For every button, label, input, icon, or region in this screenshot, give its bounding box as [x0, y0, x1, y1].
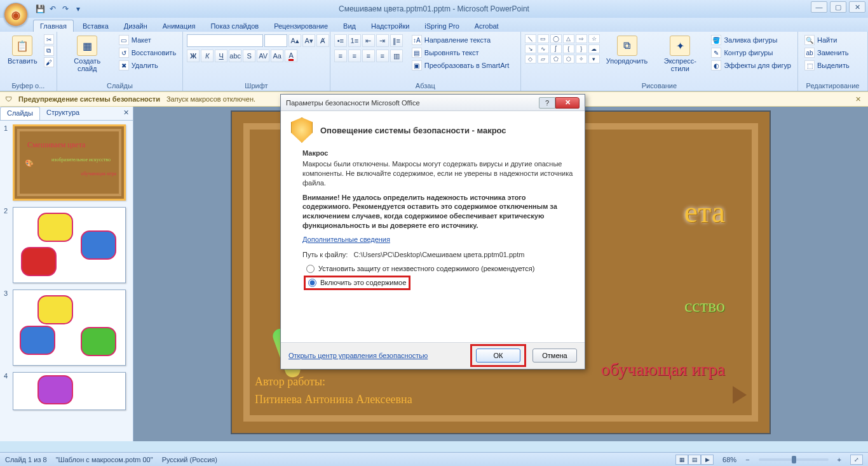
tab-home[interactable]: Главная [33, 20, 74, 32]
font-name-combo[interactable] [187, 34, 263, 47]
bullets-icon[interactable]: •≡ [334, 34, 347, 47]
underline-icon[interactable]: Ч [215, 50, 227, 62]
justify-icon[interactable]: ≡ [376, 50, 389, 62]
zoom-slider[interactable] [759, 458, 829, 461]
shadow-icon[interactable]: S [243, 50, 255, 62]
shape-rect-icon[interactable]: ▭ [538, 34, 549, 43]
panel-close-icon[interactable]: ✕ [119, 107, 133, 120]
zoom-in-icon[interactable]: + [837, 456, 841, 463]
thumbnail-list[interactable]: 1 Смешиваем цвета изобразительное искусс… [0, 121, 133, 441]
line-spacing-icon[interactable]: ‖≡ [390, 34, 403, 47]
arrange-button[interactable]: ⧉Упорядочить [602, 34, 651, 66]
align-left-icon[interactable]: ≡ [334, 50, 347, 62]
maximize-button[interactable]: ▢ [830, 1, 846, 13]
dialog-more-link[interactable]: Дополнительные сведения [302, 236, 390, 243]
font-color-icon[interactable]: A [285, 50, 297, 62]
copy-icon[interactable]: ⧉ [44, 46, 54, 56]
shapes-gallery[interactable]: ＼▭◯△⇨☆ ↘∿ʃ{}☁ ◇▱⬠⬡✧▾ [525, 34, 600, 63]
tab-slideshow[interactable]: Показ слайдов [204, 20, 265, 32]
shape-line-icon[interactable]: ＼ [525, 34, 536, 43]
tab-addins[interactable]: Надстройки [365, 20, 416, 32]
qat-dropdown-icon[interactable]: ▾ [72, 3, 84, 15]
select-button[interactable]: ⬚Выделить [802, 60, 852, 71]
tab-review[interactable]: Рецензирование [268, 20, 334, 32]
quick-styles-button[interactable]: ✦Экспресс-стили [654, 34, 706, 74]
shape-fill-button[interactable]: 🪣Заливка фигуры [709, 34, 794, 46]
tab-outline-panel[interactable]: Структура [40, 107, 86, 120]
shape-b-icon[interactable]: ▱ [538, 55, 549, 63]
shape-d-icon[interactable]: ⬡ [563, 55, 574, 63]
tab-insert[interactable]: Вставка [76, 20, 115, 32]
strike-icon[interactable]: abc [229, 50, 241, 62]
tab-design[interactable]: Дизайн [118, 20, 154, 32]
zoom-out-icon[interactable]: − [745, 456, 749, 463]
char-spacing-icon[interactable]: AV [257, 50, 269, 62]
cancel-button[interactable]: Отмена [532, 349, 577, 363]
minimize-button[interactable]: — [811, 1, 827, 13]
shape-triangle-icon[interactable]: △ [563, 34, 574, 43]
bold-icon[interactable]: Ж [187, 50, 200, 62]
radio-protect-input[interactable] [306, 265, 315, 273]
shape-star-icon[interactable]: ☆ [588, 34, 600, 43]
shape-c-icon[interactable]: ⬠ [550, 55, 562, 63]
grow-font-icon[interactable]: A▴ [288, 34, 301, 47]
radio-enable[interactable]: Включить это содержимое [308, 279, 406, 287]
find-button[interactable]: 🔍Найти [802, 34, 852, 46]
view-sorter-icon[interactable]: ▤ [688, 455, 701, 465]
align-text-button[interactable]: ▤Выровнять текст [409, 47, 512, 58]
indent-inc-icon[interactable]: ⇥ [376, 34, 389, 47]
tab-slides-panel[interactable]: Слайды [0, 107, 40, 120]
replace-button[interactable]: abЗаменить [802, 47, 852, 58]
tab-view[interactable]: Вид [337, 20, 362, 32]
smartart-button[interactable]: ▣Преобразовать в SmartArt [409, 60, 512, 71]
paste-button[interactable]: 📋 Вставить [4, 34, 41, 66]
tab-acrobat[interactable]: Acrobat [468, 20, 505, 32]
zoom-percent[interactable]: 68% [722, 456, 736, 463]
format-painter-icon[interactable]: 🖌 [44, 57, 54, 67]
undo-icon[interactable]: ↶ [47, 3, 58, 15]
shape-brace-icon[interactable]: { [563, 44, 574, 53]
office-button[interactable]: ◉ [4, 3, 28, 27]
align-right-icon[interactable]: ≡ [362, 50, 375, 62]
indent-dec-icon[interactable]: ⇤ [362, 34, 375, 47]
new-slide-button[interactable]: ▦ Создать слайд [61, 34, 114, 74]
shape-effects-button[interactable]: ◐Эффекты для фигур [709, 60, 794, 71]
slide-thumb-2[interactable] [13, 207, 126, 283]
layout-button[interactable]: ▭Макет [116, 34, 179, 46]
reset-button[interactable]: ↺Восстановить [116, 47, 179, 58]
ok-button[interactable]: ОК [476, 349, 520, 363]
clear-format-icon[interactable]: A̸ [316, 34, 329, 47]
slide-thumb-3[interactable] [13, 290, 126, 366]
view-normal-icon[interactable]: ▦ [675, 455, 688, 465]
shrink-font-icon[interactable]: A▾ [302, 34, 315, 47]
radio-enable-input[interactable] [308, 279, 316, 287]
text-direction-button[interactable]: ↕AНаправление текста [409, 34, 512, 46]
shape-e-icon[interactable]: ✧ [576, 55, 587, 63]
close-button[interactable]: ✕ [849, 1, 865, 13]
columns-icon[interactable]: ▥ [390, 50, 403, 62]
delete-button[interactable]: ✖Удалить [116, 60, 179, 71]
shape-brace2-icon[interactable]: } [576, 44, 587, 53]
shape-a-icon[interactable]: ◇ [525, 55, 536, 63]
security-close-icon[interactable]: ✕ [853, 94, 863, 104]
shape-freeform-icon[interactable]: ʃ [550, 44, 562, 53]
tab-ispring[interactable]: iSpring Pro [418, 20, 465, 32]
shape-outline-button[interactable]: ✎Контур фигуры [709, 47, 794, 58]
font-size-combo[interactable] [264, 34, 287, 47]
shape-callout-icon[interactable]: ☁ [588, 44, 600, 53]
shape-ellipse-icon[interactable]: ◯ [550, 34, 562, 43]
slide-thumb-1[interactable]: Смешиваем цвета изобразительное искусств… [13, 124, 126, 201]
fit-window-icon[interactable]: ⤢ [850, 455, 863, 465]
view-slideshow-icon[interactable]: ▶ [701, 455, 714, 465]
status-language[interactable]: Русский (Россия) [162, 456, 217, 463]
italic-icon[interactable]: К [201, 50, 214, 62]
redo-icon[interactable]: ↷ [60, 3, 71, 15]
trust-center-link[interactable]: Открыть центр управления безопасностью [288, 352, 428, 359]
tab-animation[interactable]: Анимация [156, 20, 202, 32]
numbering-icon[interactable]: 1≡ [348, 34, 361, 47]
shape-connector-icon[interactable]: ↘ [525, 44, 536, 53]
save-icon[interactable]: 💾 [34, 3, 46, 15]
align-center-icon[interactable]: ≡ [348, 50, 361, 62]
change-case-icon[interactable]: Aa [271, 50, 283, 62]
radio-protect[interactable]: Установить защиту от неизвестного содерж… [306, 265, 574, 273]
